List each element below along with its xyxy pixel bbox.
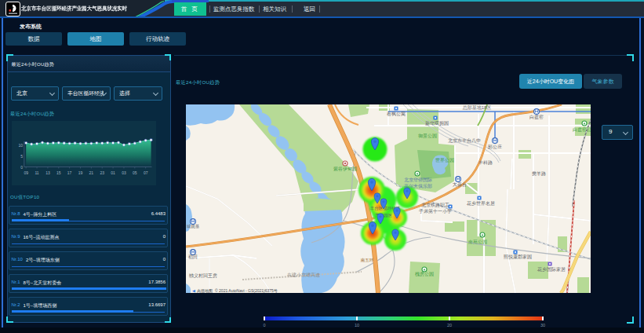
- svg-text:槐房公园: 槐房公园: [415, 271, 434, 277]
- svg-text:03: 03: [122, 170, 126, 175]
- svg-text:北京市丰台八中: 北京市丰台八中: [448, 137, 481, 144]
- svg-text:北京铁路职工: 北京铁路职工: [421, 202, 449, 208]
- svg-text:城观基: 城观基: [186, 224, 200, 229]
- svg-text:23: 23: [100, 170, 104, 175]
- svg-text:17: 17: [67, 170, 72, 175]
- svg-text:高德地图: 高德地图: [197, 288, 213, 294]
- svg-text:在建小京雄高速: 在建小京雄高速: [287, 272, 320, 278]
- svg-text:南苑公园: 南苑公园: [468, 240, 487, 245]
- svg-text:稻田: 稻田: [188, 254, 198, 260]
- svg-text:© 2021 AutoNavi - GS(2021)6375: © 2021 AutoNavi - GS(2021)6375号: [215, 288, 278, 293]
- svg-text:01: 01: [111, 170, 115, 175]
- svg-text:11: 11: [35, 170, 38, 175]
- svg-text:子弟第十一小学: 子弟第十一小学: [418, 208, 452, 214]
- svg-text:09: 09: [24, 170, 28, 175]
- svg-text:独义村回王房: 独义村回王房: [188, 273, 217, 279]
- svg-text:大葆台: 大葆台: [453, 181, 467, 188]
- svg-text:花乡世界名居: 花乡世界名居: [467, 201, 495, 207]
- svg-text:御景公园: 御景公园: [418, 134, 437, 139]
- svg-text:10: 10: [18, 143, 23, 148]
- svg-text:总部基地18区: 总部基地18区: [462, 104, 492, 111]
- svg-text:0: 0: [20, 165, 23, 170]
- svg-text:◀: ◀: [192, 288, 195, 293]
- svg-text:新华双拥园: 新华双拥园: [425, 120, 449, 126]
- svg-text:19: 19: [78, 170, 83, 175]
- svg-text:熙悦康郡家园: 熙悦康郡家园: [504, 254, 532, 260]
- svg-text:看枫公寓: 看枫公寓: [386, 111, 406, 117]
- svg-text:13: 13: [45, 170, 50, 175]
- svg-text:15: 15: [56, 170, 61, 175]
- svg-text:北京华侨国际: 北京华侨国际: [404, 177, 432, 183]
- svg-text:05: 05: [133, 170, 137, 175]
- svg-text:21: 21: [89, 170, 94, 175]
- svg-text:丰科路: 丰科路: [478, 160, 493, 166]
- svg-text:南五环: 南五环: [361, 258, 374, 262]
- svg-text:07: 07: [144, 170, 148, 175]
- svg-text:白盆窑公园: 白盆窑公园: [573, 126, 591, 133]
- svg-text:白盆窑: 白盆窑: [529, 114, 544, 120]
- svg-text:世界公园: 世界公园: [435, 158, 454, 163]
- svg-text:樊羊路: 樊羊路: [532, 171, 546, 177]
- svg-text:花乡国际家居: 花乡国际家居: [537, 266, 566, 273]
- svg-text:5: 5: [20, 154, 23, 159]
- svg-text:紫谷伊甸园: 紫谷伊甸园: [333, 166, 357, 172]
- svg-text:郭公庄: 郭公庄: [487, 144, 502, 150]
